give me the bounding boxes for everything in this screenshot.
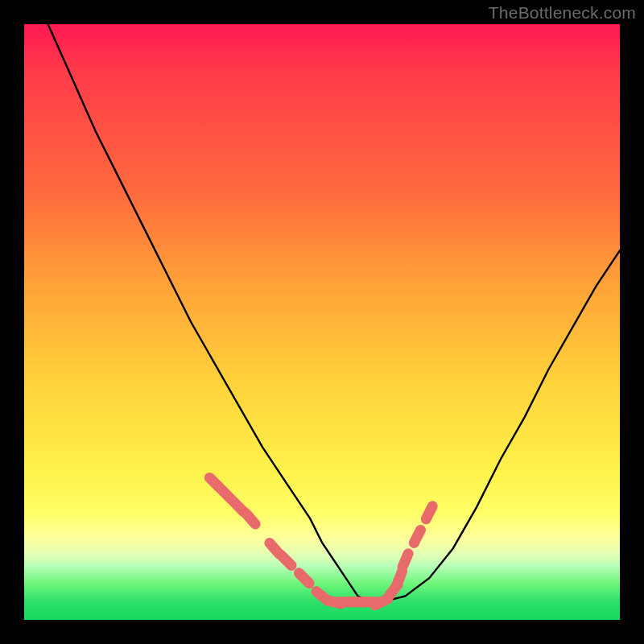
bottleneck-marker: [426, 506, 432, 519]
bottleneck-marker: [299, 573, 309, 584]
bottleneck-marker: [397, 572, 402, 585]
bottleneck-marker: [402, 554, 408, 568]
bottleneck-marker: [414, 530, 420, 543]
chart-frame: TheBottleneck.com: [0, 0, 644, 644]
chart-svg: [24, 24, 620, 620]
watermark-text: TheBottleneck.com: [489, 3, 636, 23]
bottleneck-curve-line: [48, 24, 620, 602]
bottleneck-marker: [246, 513, 255, 524]
chart-plot-area: [24, 24, 620, 620]
bottleneck-marker: [281, 555, 291, 566]
